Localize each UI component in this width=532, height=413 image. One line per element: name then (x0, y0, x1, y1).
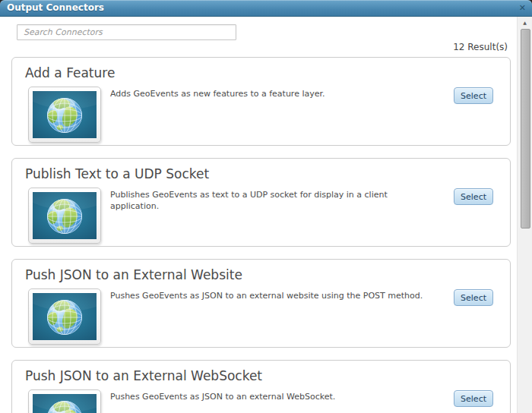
dialog-title: Output Connectors (7, 0, 104, 16)
connector-row: Publishes GeoEvents as text to a UDP soc… (24, 188, 493, 244)
scroll-up-arrow-icon[interactable]: ▲ (518, 17, 532, 29)
connector-description: Pushes GeoEvents as JSON to an external … (110, 392, 439, 403)
search-input[interactable] (17, 24, 236, 40)
globe-icon (28, 188, 101, 244)
globe-icon (28, 87, 101, 143)
select-button[interactable]: Select (454, 87, 493, 104)
connector-card: Add a Feature Adds GeoEvents as new feat… (11, 57, 511, 146)
dialog-titlebar[interactable]: Output Connectors ✕ (0, 0, 532, 17)
connector-description: Adds GeoEvents as new features to a feat… (110, 89, 439, 100)
connector-title: Push JSON to an External Website (25, 267, 493, 282)
connector-title: Push JSON to an External WebSocket (25, 368, 493, 383)
connector-description: Pushes GeoEvents as JSON to an external … (110, 291, 439, 302)
select-button[interactable]: Select (454, 390, 493, 407)
globe-icon (28, 389, 101, 413)
globe-icon (28, 288, 101, 345)
output-connectors-dialog: Output Connectors ✕ 12 Result(s) Add a F… (0, 0, 532, 413)
select-button[interactable]: Select (454, 188, 493, 205)
connector-card: Publish Text to a UDP Socket Publishes G… (11, 158, 511, 247)
connector-title: Publish Text to a UDP Socket (25, 166, 493, 181)
connector-card: Push JSON to an External WebSocket Pushe… (11, 360, 511, 413)
connector-row: Pushes GeoEvents as JSON to an external … (24, 288, 493, 345)
connector-row: Adds GeoEvents as new features to a feat… (24, 87, 493, 143)
connector-list: Add a Feature Adds GeoEvents as new feat… (11, 57, 511, 413)
scrollbar[interactable]: ▲ (517, 17, 532, 413)
connector-title: Add a Feature (25, 65, 493, 80)
results-count: 12 Result(s) (453, 42, 508, 52)
dialog-content: 12 Result(s) Add a Feature Adds GeoEvent… (0, 17, 532, 413)
scrollbar-thumb[interactable] (521, 29, 530, 229)
close-icon[interactable]: ✕ (519, 0, 526, 16)
connector-description: Publishes GeoEvents as text to a UDP soc… (110, 190, 439, 213)
connector-row: Pushes GeoEvents as JSON to an external … (24, 389, 493, 413)
select-button[interactable]: Select (454, 289, 493, 306)
connector-card: Push JSON to an External Website Pushes … (11, 259, 511, 348)
